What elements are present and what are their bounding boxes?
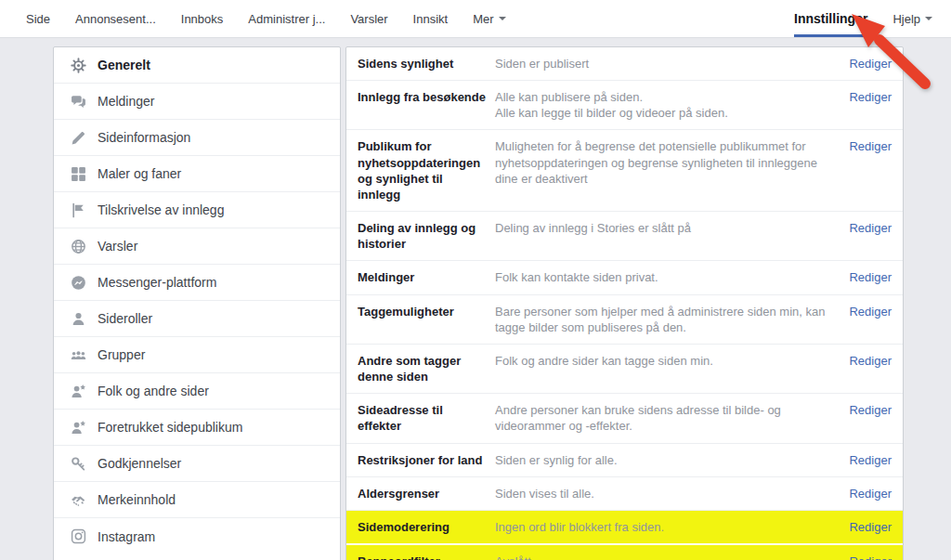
sidebar-item-meldinger[interactable]: Meldinger	[54, 84, 340, 120]
settings-row-andre-som-tagger-denne-siden: Andre som tagger denne siden Folk og and…	[346, 345, 903, 394]
nav-item-varsler[interactable]: Varsler	[350, 0, 387, 37]
person-icon	[71, 311, 86, 327]
sidebar-item-godkjennelser[interactable]: Godkjennelser	[54, 446, 340, 482]
settings-row-restriksjoner-for-land: Restriksjoner for land Siden er synlig f…	[346, 444, 903, 477]
setting-description: Avslått	[495, 553, 840, 560]
settings-row-deling-av-innlegg-og-historier: Deling av innlegg og historier Deling av…	[346, 212, 903, 261]
settings-row-publikum-for-nyhetsoppdateringen-og-synlighet-til-innlegg: Publikum for nyhetsoppdateringen og synl…	[346, 130, 903, 212]
rediger-link[interactable]: Rediger	[840, 304, 892, 319]
nav-item-label: Hjelp	[892, 12, 920, 26]
sidebar-item-generelt[interactable]: Generelt	[54, 47, 340, 84]
nav-item-administrer-j[interactable]: Administrer j...	[248, 0, 325, 37]
nav-item-hjelp[interactable]: Hjelp	[892, 0, 932, 37]
sidebar-item-foretrukket-sidepublikum[interactable]: Foretrukket sidepublikum	[54, 410, 340, 446]
chat-icon	[71, 94, 86, 110]
setting-description: Bare personer som hjelper med å administ…	[495, 304, 840, 335]
setting-description: Siden er publisert	[495, 56, 840, 72]
flag-icon	[71, 202, 86, 218]
setting-description: Ingen ord blir blokkert fra siden.	[495, 519, 840, 535]
globe-icon	[71, 239, 86, 254]
rediger-link[interactable]: Rediger	[840, 89, 892, 105]
nav-item-innstillinger[interactable]: Innstillinger	[794, 0, 867, 37]
settings-row-innlegg-fra-bes-kende: Innlegg fra besøkende Alle kan publisere…	[346, 81, 903, 130]
sidebar-item-sideinformasjon[interactable]: Sideinformasjon	[54, 120, 340, 156]
settings-panel: Sidens synlighet Siden er publisert Redi…	[345, 46, 904, 560]
rediger-link[interactable]: Rediger	[840, 486, 892, 501]
sidebar-item-label: Sideroller	[98, 311, 152, 326]
sidebar-item-label: Messenger-plattform	[98, 275, 216, 290]
nav-item-label: Innboks	[181, 12, 224, 26]
nav-right-group: Innstillinger Hjelp	[769, 0, 951, 37]
setting-label: Andre som tagger denne siden	[358, 353, 495, 384]
setting-label: Aldersgrenser	[358, 486, 495, 501]
rediger-link[interactable]: Rediger	[840, 220, 892, 236]
sidebar-item-label: Godkjennelser	[98, 456, 181, 471]
setting-label: Meldinger	[358, 269, 495, 285]
sidebar-item-label: Varsler	[98, 239, 137, 254]
rediger-link[interactable]: Rediger	[840, 519, 892, 535]
handshake-icon	[71, 492, 86, 508]
nav-item-mer[interactable]: Mer	[473, 0, 505, 37]
sidebar-item-instagram[interactable]: Instagram	[54, 518, 340, 554]
key-icon	[71, 456, 86, 472]
setting-label: Banneordfilter	[358, 553, 495, 560]
settings-sidebar: Generelt Meldinger Sideinformasjon Maler…	[53, 46, 341, 560]
rediger-link[interactable]: Rediger	[840, 269, 892, 285]
instagram-icon	[71, 528, 86, 544]
setting-description: Deling av innlegg i Stories er slått på	[495, 220, 840, 236]
sidebar-item-folk-og-andre-sider[interactable]: Folk og andre sider	[54, 373, 340, 410]
setting-label: Deling av innlegg og historier	[358, 220, 495, 252]
person-star-icon	[71, 420, 86, 436]
settings-row-sidens-synlighet: Sidens synlighet Siden er publisert Redi…	[346, 47, 903, 81]
settings-row-taggemuligheter: Taggemuligheter Bare personer som hjelpe…	[346, 295, 903, 345]
setting-label: Taggemuligheter	[358, 304, 495, 319]
sidebar-item-merkeinnhold[interactable]: Merkeinnhold	[54, 482, 340, 518]
nav-item-label: Varsler	[350, 12, 387, 26]
nav-item-innboks[interactable]: Innboks	[181, 0, 224, 37]
nav-item-side[interactable]: Side	[26, 0, 50, 37]
sidebar-item-label: Tilskrivelse av innlegg	[98, 202, 224, 217]
messenger-icon	[71, 275, 86, 291]
setting-label: Sidemoderering	[358, 519, 495, 535]
setting-description: Siden er synlig for alle.	[495, 452, 840, 468]
setting-description: Alle kan publisere på siden. Alle kan le…	[495, 89, 840, 121]
sidebar-item-label: Sideinformasjon	[98, 130, 190, 145]
sidebar-item-label: Merkeinnhold	[98, 492, 176, 507]
sidebar-item-sideroller[interactable]: Sideroller	[54, 301, 340, 337]
rediger-link[interactable]: Rediger	[840, 452, 892, 468]
nav-item-label: Mer	[473, 12, 493, 26]
rediger-link[interactable]: Rediger	[840, 138, 892, 154]
sidebar-item-tilskrivelse-av-innlegg[interactable]: Tilskrivelse av innlegg	[54, 192, 340, 228]
settings-row-meldinger: Meldinger Folk kan kontakte siden privat…	[346, 261, 903, 294]
nav-item-annonsesent[interactable]: Annonsesent...	[75, 0, 156, 37]
sidebar-item-maler-og-faner[interactable]: Maler og faner	[54, 156, 340, 192]
people-icon	[71, 347, 86, 363]
sidebar-item-label: Generelt	[98, 58, 150, 72]
settings-row-sideadresse-til-effekter: Sideadresse til effekter Andre personer …	[346, 394, 903, 443]
setting-label: Sidens synlighet	[358, 56, 495, 72]
nav-left-group: Side Annonsesent... Innboks Administrer …	[0, 0, 531, 37]
gear-icon	[71, 58, 86, 73]
sidebar-item-messenger-plattform[interactable]: Messenger-plattform	[54, 265, 340, 301]
rediger-link[interactable]: Rediger	[840, 553, 892, 560]
rediger-link[interactable]: Rediger	[840, 56, 892, 72]
pencil-icon	[71, 130, 86, 146]
setting-label: Sideadresse til effekter	[358, 402, 495, 434]
nav-item-label: Innsikt	[413, 12, 449, 26]
nav-item-label: Side	[26, 12, 50, 26]
setting-label: Restriksjoner for land	[358, 452, 495, 468]
setting-label: Innlegg fra besøkende	[358, 89, 495, 105]
nav-item-innsikt[interactable]: Innsikt	[413, 0, 449, 37]
sidebar-item-varsler[interactable]: Varsler	[54, 228, 340, 265]
sidebar-item-grupper[interactable]: Grupper	[54, 337, 340, 373]
caret-down-icon	[499, 17, 506, 20]
setting-label: Publikum for nyhetsoppdateringen og synl…	[358, 138, 495, 202]
sidebar-item-label: Foretrukket sidepublikum	[98, 420, 242, 435]
setting-description: Muligheten for å begrense det potensiell…	[495, 138, 840, 186]
setting-description: Andre personer kan bruke sidens adresse …	[495, 402, 840, 434]
setting-description: Folk kan kontakte siden privat.	[495, 269, 840, 285]
rediger-link[interactable]: Rediger	[840, 353, 892, 369]
rediger-link[interactable]: Rediger	[840, 402, 892, 418]
nav-item-label: Annonsesent...	[75, 12, 156, 26]
top-navbar: Side Annonsesent... Innboks Administrer …	[0, 0, 951, 38]
